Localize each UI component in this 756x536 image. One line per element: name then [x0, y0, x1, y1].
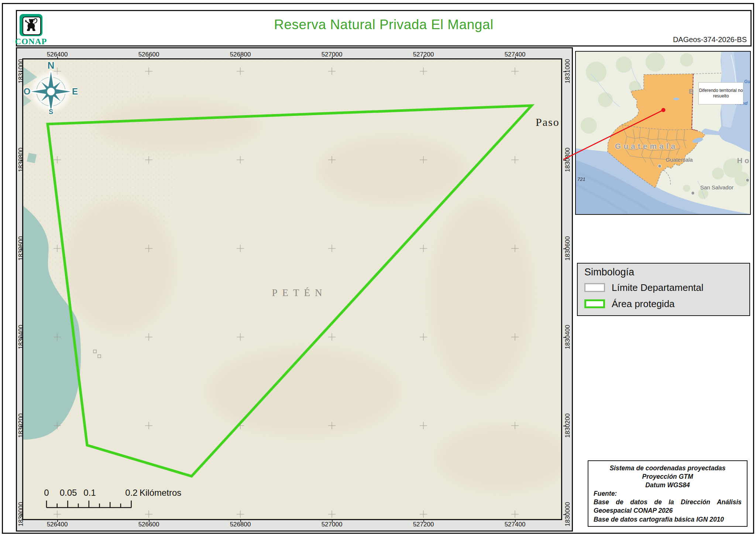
- y-tick: [563, 248, 566, 249]
- legend-item-departmental: Límite Departamental: [584, 282, 704, 293]
- scalebar-label-0: 0: [44, 488, 49, 498]
- legend-title: Simbología: [584, 267, 634, 278]
- monkey-icon: [23, 17, 41, 35]
- x-axis-label-bottom: 526600: [138, 521, 159, 528]
- scalebar-label-01: 0.1: [83, 488, 96, 498]
- inset-city-label: Guatemala: [666, 157, 693, 163]
- logo-square: [20, 14, 42, 36]
- map-area: N O E S PETÉN Paso 0 0.05 0.1 0.2 Kilóme…: [22, 58, 562, 520]
- scalebar-unit: Kilómetros: [140, 488, 181, 498]
- scalebar-label-02: 0.2: [125, 488, 137, 498]
- place-label: Paso: [536, 116, 560, 128]
- territorial-dispute-note: Diferendo territorial no resuelto: [698, 82, 743, 104]
- legend-item-protected: Área protegida: [584, 298, 675, 309]
- inset-belize-label: B: [689, 88, 694, 96]
- inset-san-salvador-label: San Salvador: [700, 184, 733, 190]
- document-code: DAGeos-374-2026-BS: [673, 35, 747, 44]
- legend: Simbología Límite Departamental Área pro…: [577, 263, 750, 316]
- x-axis-label-bottom: 526800: [230, 521, 251, 528]
- compass-south-label: S: [49, 108, 53, 116]
- header: Reserva Natural Privada El Mangal DAGeos…: [16, 10, 752, 47]
- page-title: Reserva Natural Privada El Mangal: [17, 17, 750, 32]
- y-tick: [563, 71, 566, 72]
- legend-item-label: Área protegida: [612, 298, 675, 310]
- legend-item-label: Límite Departamental: [612, 282, 704, 293]
- compass-east-label: E: [72, 86, 78, 97]
- compass-north-label: N: [48, 60, 55, 71]
- inset-depth-label: 721: [577, 176, 585, 182]
- x-axis-label-bottom: 527000: [322, 521, 343, 528]
- x-axis-label-bottom: 527400: [505, 521, 526, 528]
- logo-wordmark: CONAP: [10, 37, 52, 47]
- source-info-box: Sistema de coordenadas proyectadas Proye…: [588, 460, 748, 527]
- projection-line: Proyección GTM: [594, 473, 742, 481]
- crs-line: Sistema de coordenadas proyectadas: [594, 464, 742, 473]
- fuente-label: Fuente:: [594, 489, 742, 498]
- inset-country-label: Guatemala: [615, 142, 678, 151]
- y-tick: [563, 426, 566, 426]
- map-frame: 5264005264005266005266005268005268005270…: [16, 47, 573, 532]
- compass-west-label: O: [24, 86, 31, 97]
- x-axis-label-bottom: 527200: [413, 521, 434, 528]
- departmental-boundary-swatch: [584, 283, 605, 292]
- protected-area-swatch: [584, 299, 605, 308]
- x-axis-label-bottom: 526400: [47, 521, 68, 528]
- y-tick: [563, 514, 566, 515]
- map-document: Reserva Natural Privada El Mangal DAGeos…: [0, 0, 756, 536]
- y-tick: [563, 160, 566, 161]
- conap-logo: CONAP: [10, 4, 51, 45]
- inset-honduras-label: Ho: [737, 157, 752, 165]
- inset-sea-label-1: Gu: [744, 79, 750, 84]
- inset-lake: [673, 98, 679, 100]
- y-tick: [563, 337, 566, 338]
- source-line-2: Base de datos cartografía básica IGN 201…: [594, 515, 742, 524]
- datum-line: Datum WGS84: [594, 481, 742, 489]
- department-label: PETÉN: [272, 287, 327, 299]
- scalebar-label-005: 0.05: [60, 488, 77, 498]
- source-line-1: Base de datos de la Dirección Análisis G…: [594, 498, 742, 515]
